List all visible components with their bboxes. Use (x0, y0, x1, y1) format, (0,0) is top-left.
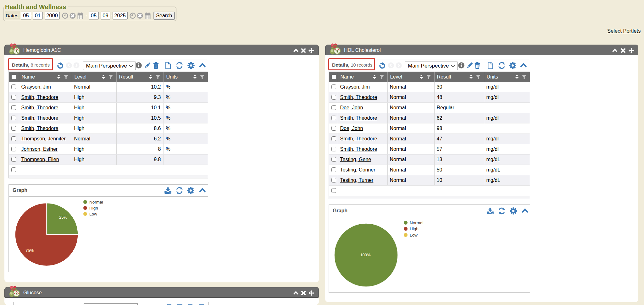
svg-text:Low: Low (410, 233, 418, 237)
svg-text:High: High (410, 226, 419, 231)
svg-text:75%: 75% (25, 248, 34, 253)
svg-text:100%: 100% (360, 253, 371, 257)
svg-text:High: High (89, 206, 98, 210)
svg-text:25%: 25% (59, 215, 67, 220)
svg-text:Normal: Normal (89, 200, 103, 204)
svg-text:Normal: Normal (410, 221, 424, 225)
svg-text:Low: Low (89, 212, 97, 216)
